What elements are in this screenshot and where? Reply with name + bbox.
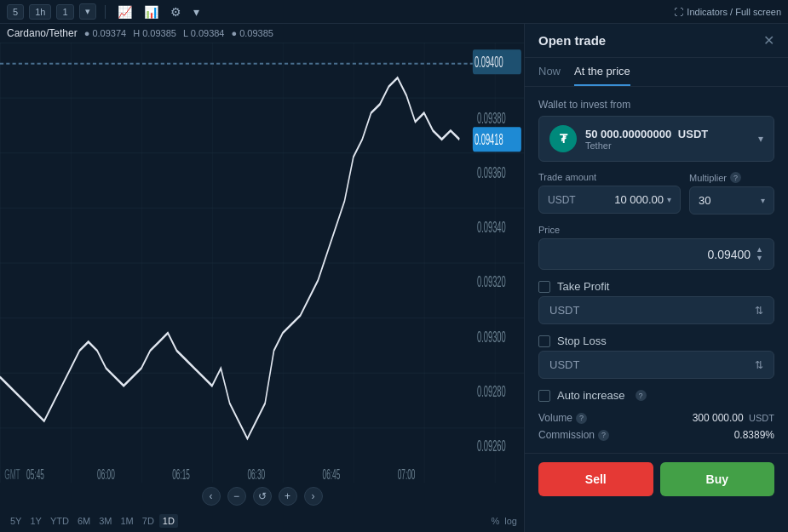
action-buttons: Sell Buy [525, 453, 788, 505]
volume-help-icon[interactable]: ? [576, 413, 587, 424]
take-profit-section: Take Profit USDT ⇅ [538, 280, 774, 324]
timescale-7d[interactable]: 7D [139, 514, 158, 528]
multiplier-label: Multiplier ? [689, 172, 774, 183]
stop-loss-label: Stop Loss [557, 335, 607, 347]
interval-5-btn[interactable]: 5 [7, 4, 24, 20]
wallet-section-label: Wallet to invest from [538, 99, 774, 111]
svg-text:GMT: GMT [4, 466, 20, 483]
take-profit-currency-label: USDT [549, 304, 579, 317]
svg-rect-3 [0, 43, 524, 483]
interval-1h-btn[interactable]: 1h [29, 4, 51, 20]
timescale-1y[interactable]: 1Y [26, 514, 44, 528]
stop-loss-section: Stop Loss USDT ⇅ [538, 335, 774, 379]
panel-content: Wallet to invest from ₮ 50 000.00000000 … [525, 87, 788, 453]
commission-row: Commission ? 0.8389% [538, 429, 774, 441]
stop-loss-chevron: ⇅ [755, 359, 763, 371]
interval-1-btn[interactable]: 1 [56, 4, 73, 20]
price-chart-svg: 0.09400 0.09380 0.09360 0.09340 0.09320 … [0, 43, 524, 483]
auto-increase-label: Auto increase [557, 389, 625, 402]
multiplier-help-icon[interactable]: ? [730, 172, 741, 183]
timescale-extra: % log [492, 516, 517, 526]
panel-title: Open trade [538, 33, 606, 48]
multiplier-col: Multiplier ? 30 ▾ [689, 172, 774, 215]
svg-text:0.09320: 0.09320 [477, 273, 506, 290]
multiplier-input[interactable]: 30 ▾ [689, 186, 774, 215]
chart-high: H 0.09385 [133, 28, 176, 38]
take-profit-checkbox[interactable] [538, 281, 550, 293]
candle-chart-icon[interactable]: ⚙ [167, 3, 185, 20]
right-panel: Open trade ✕ Now At the price Wallet to … [524, 24, 788, 532]
time-scale-bar: 5Y 1Y YTD 6M 3M 1M 7D 1D % log [0, 510, 524, 532]
commission-value: 0.8389% [734, 429, 774, 441]
chart-nav-forward[interactable]: › [304, 487, 323, 506]
svg-text:0.09400: 0.09400 [475, 54, 503, 71]
timescale-percent[interactable]: % [492, 516, 500, 526]
fullscreen-icon: ⛶ [674, 7, 683, 17]
wallet-selector[interactable]: ₮ 50 000.00000000 USDT Tether ▾ [538, 116, 774, 162]
svg-text:06:45: 06:45 [323, 466, 341, 483]
price-input[interactable]: 0.09400 ▲ ▼ [538, 238, 774, 270]
take-profit-label: Take Profit [557, 280, 609, 293]
chart-nav-reset[interactable]: ↺ [253, 487, 272, 506]
close-panel-icon[interactable]: ✕ [763, 32, 774, 49]
svg-text:0.09300: 0.09300 [477, 328, 506, 345]
timescale-6m[interactable]: 6M [74, 514, 94, 528]
timescale-log[interactable]: log [504, 516, 517, 526]
chart-nav-plus[interactable]: + [279, 487, 297, 506]
panel-tabs: Now At the price [525, 58, 788, 87]
buy-button[interactable]: Buy [660, 462, 775, 496]
wallet-dropdown-icon: ▾ [758, 133, 763, 145]
auto-increase-checkbox[interactable] [538, 390, 550, 402]
chart-nav-back[interactable]: ‹ [202, 487, 221, 506]
stop-loss-checkbox[interactable] [538, 335, 550, 347]
price-up-icon[interactable]: ▲ [756, 246, 763, 254]
svg-text:06:15: 06:15 [172, 466, 190, 483]
take-profit-currency-select[interactable]: USDT ⇅ [538, 296, 774, 324]
timescale-5y[interactable]: 5Y [7, 514, 25, 528]
toolbar-separator [105, 5, 106, 19]
price-down-icon[interactable]: ▼ [756, 255, 763, 262]
tab-now[interactable]: Now [538, 65, 561, 86]
price-value: 0.09400 [707, 248, 751, 261]
price-stepper[interactable]: ▲ ▼ [756, 246, 763, 262]
chart-area: Cardano/Tether ● 0.09374 H 0.09385 L 0.0… [0, 24, 524, 532]
commission-help-icon[interactable]: ? [598, 430, 609, 441]
timescale-1m[interactable]: 1M [118, 514, 137, 528]
trade-currency-prefix: USDT [548, 194, 576, 206]
more-options-icon[interactable]: ▾ [190, 3, 203, 20]
wallet-icon: ₮ [549, 125, 577, 152]
trade-amount-input[interactable]: USDT 10 000.00 ▾ [538, 186, 681, 214]
svg-text:0.09380: 0.09380 [477, 110, 506, 127]
fullscreen-btn[interactable]: ⛶ Indicators / Full screen [674, 7, 781, 17]
svg-text:0.09280: 0.09280 [477, 382, 506, 399]
take-profit-row: Take Profit [538, 280, 774, 293]
auto-increase-help-icon[interactable]: ? [636, 390, 647, 401]
price-label: Price [538, 225, 774, 235]
timescale-3m[interactable]: 3M [95, 514, 115, 528]
trade-info: Volume ? 300 000.00 USDT Commission ? 0.… [538, 412, 774, 441]
commission-key: Commission ? [538, 429, 609, 441]
trade-amount-label: Trade amount [538, 172, 681, 182]
tab-at-the-price[interactable]: At the price [574, 65, 630, 86]
trade-amount-col: Trade amount USDT 10 000.00 ▾ [538, 172, 681, 215]
main-content: Cardano/Tether ● 0.09374 H 0.09385 L 0.0… [0, 24, 788, 532]
timescale-ytd[interactable]: YTD [47, 514, 72, 528]
line-chart-icon[interactable]: 📈 [114, 3, 135, 20]
interval-dropdown-btn[interactable]: ▾ [79, 3, 96, 20]
stop-loss-row: Stop Loss [538, 335, 774, 347]
sell-button[interactable]: Sell [538, 462, 653, 496]
stop-loss-currency-select[interactable]: USDT ⇅ [538, 351, 774, 379]
take-profit-chevron: ⇅ [755, 305, 763, 317]
wallet-section: Wallet to invest from ₮ 50 000.00000000 … [538, 99, 774, 162]
svg-text:06:30: 06:30 [247, 466, 265, 483]
chart-header: Cardano/Tether ● 0.09374 H 0.09385 L 0.0… [0, 24, 524, 43]
svg-text:0.09340: 0.09340 [477, 219, 506, 236]
chart-low: L 0.09384 [183, 28, 225, 38]
chart-nav-minus[interactable]: − [227, 487, 246, 506]
multiplier-chevron: ▾ [761, 196, 765, 205]
price-section: Price 0.09400 ▲ ▼ [538, 225, 774, 270]
top-toolbar: 5 1h 1 ▾ 📈 📊 ⚙ ▾ ⛶ Indicators / Full scr… [0, 0, 788, 24]
bar-chart-icon[interactable]: 📊 [141, 3, 162, 20]
chart-open: ● 0.09374 [84, 28, 126, 38]
timescale-1d[interactable]: 1D [159, 514, 178, 528]
